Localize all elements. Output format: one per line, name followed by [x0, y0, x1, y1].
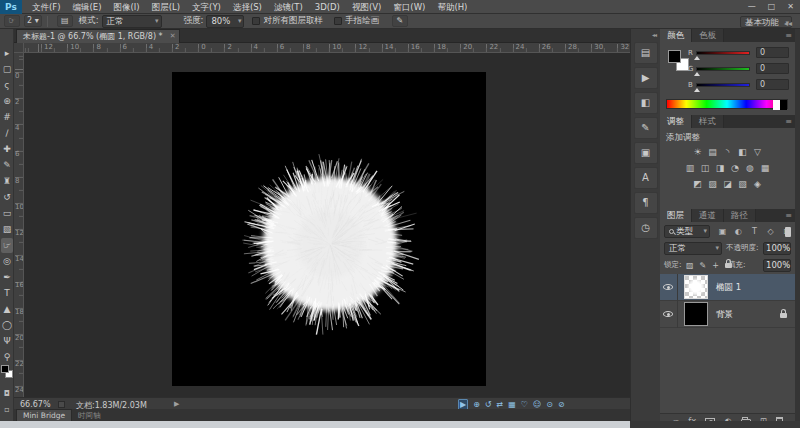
channel-value-field[interactable]: 0 — [756, 63, 789, 74]
tablet-pressure-icon[interactable]: ✎ — [392, 15, 408, 27]
smudge-tool[interactable]: ☞ — [1, 238, 13, 253]
black-white-icon[interactable]: ◨ — [713, 160, 728, 176]
menu-window[interactable]: 窗口(W) — [387, 0, 431, 14]
brush-panel-toggle-icon[interactable]: ▤ — [57, 15, 73, 27]
opacity-dropdown[interactable]: 100% — [763, 242, 791, 255]
tab-图层[interactable]: 图层 — [660, 209, 692, 222]
layer-row-background[interactable]: 背景 — [660, 301, 795, 328]
slider-knob-icon[interactable] — [694, 56, 700, 60]
character-panel-icon[interactable]: A — [634, 167, 658, 189]
adjustment-filter-icon[interactable]: ◐ — [732, 226, 745, 238]
blend-mode-dropdown[interactable]: 正常 — [664, 242, 722, 255]
lock-position-icon[interactable]: + — [712, 261, 719, 270]
tool-preset-icon[interactable]: ☞ — [4, 15, 20, 27]
filter-toggle[interactable] — [785, 227, 791, 237]
screen-mode-button[interactable]: ▫ — [1, 404, 13, 416]
tab-样式[interactable]: 样式 — [692, 115, 724, 128]
lasso-tool[interactable]: ς — [1, 78, 13, 93]
visibility-toggle[interactable] — [660, 301, 678, 328]
collapse-panels-icon[interactable]: ◂◂ — [784, 19, 792, 28]
exposure-icon[interactable]: ◧ — [735, 144, 750, 160]
channel-slider[interactable] — [696, 83, 750, 87]
sample-all-layers-checkbox[interactable] — [252, 17, 260, 25]
tab-路径[interactable]: 路径 — [724, 209, 756, 222]
fill-dropdown[interactable]: 100% — [763, 259, 791, 272]
threshold-icon[interactable]: ◪ — [720, 176, 735, 192]
layer-thumbnail[interactable] — [684, 275, 708, 299]
invert-icon[interactable]: ◩ — [690, 176, 705, 192]
color-spectrum-ramp[interactable] — [666, 99, 788, 109]
selective-color-icon[interactable]: ◈ — [750, 176, 765, 192]
brightness-contrast-icon[interactable]: ☀ — [690, 144, 705, 160]
color-balance-icon[interactable]: ◫ — [698, 160, 713, 176]
canvas[interactable] — [172, 72, 486, 386]
timeline-panel-icon[interactable]: ◷ — [634, 217, 658, 239]
channel-slider[interactable] — [696, 67, 750, 71]
marquee-tool[interactable]: ▢ — [1, 62, 13, 77]
slider-knob-icon[interactable] — [694, 72, 700, 76]
eraser-tool[interactable]: ▭ — [1, 206, 13, 221]
quick-mask-button[interactable]: ◘ — [1, 388, 13, 400]
pixel-filter-icon[interactable]: ▣ — [716, 226, 729, 238]
pen-tool[interactable]: ✒ — [1, 270, 13, 285]
status-options-arrow[interactable]: ▶ — [174, 400, 179, 408]
hue-saturation-icon[interactable]: ▥ — [683, 160, 698, 176]
type-tool[interactable]: T — [1, 286, 13, 301]
menu-layer[interactable]: 图层(L) — [146, 0, 186, 14]
actions-panel-icon[interactable]: ▶ — [634, 67, 658, 89]
path-selection-tool[interactable]: ▲ — [1, 302, 13, 317]
properties-panel-icon[interactable]: ◧ — [634, 92, 658, 114]
gradient-map-icon[interactable]: ▧ — [735, 176, 750, 192]
menu-select[interactable]: 选择(S) — [227, 0, 268, 14]
quick-selection-tool[interactable]: ⊛ — [1, 94, 13, 109]
visibility-toggle[interactable] — [660, 274, 678, 301]
type-filter-icon[interactable]: T — [748, 226, 761, 238]
menu-edit[interactable]: 编辑(E) — [67, 0, 108, 14]
close-tab-icon[interactable]: ✕ — [170, 30, 176, 43]
channel-value-field[interactable]: 0 — [756, 79, 789, 90]
layer-row-ellipse-1[interactable]: 椭圆 1 — [660, 274, 795, 301]
tab-通道[interactable]: 通道 — [692, 209, 724, 222]
dodge-tool[interactable]: ◎ — [1, 254, 13, 269]
levels-icon[interactable]: ▤ — [705, 144, 720, 160]
finger-painting-checkbox[interactable] — [334, 17, 342, 25]
black-swatch[interactable] — [780, 100, 787, 110]
vibrance-icon[interactable]: ▽ — [750, 144, 765, 160]
brush-tool[interactable]: ✎ — [1, 158, 13, 173]
gradient-tool[interactable]: ▧ — [1, 222, 13, 237]
ellipse-shape-tool[interactable]: ◯ — [1, 318, 13, 333]
history-brush-tool[interactable]: ↺ — [1, 190, 13, 205]
timeline-tab[interactable]: 时间轴 — [78, 411, 101, 421]
layer-thumbnail[interactable] — [684, 302, 708, 326]
curves-icon[interactable]: ◝ — [720, 144, 735, 160]
zoom-tool[interactable]: ⚲ — [1, 350, 13, 365]
healing-brush-tool[interactable]: ✚ — [1, 142, 13, 157]
menu-type[interactable]: 文字(Y) — [186, 0, 227, 14]
layers-panel-menu-icon[interactable]: ≡ — [785, 211, 792, 220]
brush-panel-panel-icon[interactable]: ✎ — [634, 117, 658, 139]
channel-value-field[interactable]: 0 — [756, 47, 789, 58]
mode-dropdown[interactable]: 正常 — [102, 15, 162, 28]
color-panel-menu-icon[interactable]: ≡ — [785, 31, 792, 40]
crop-tool[interactable]: # — [1, 110, 13, 125]
minibridge-tab[interactable]: Mini Bridge — [16, 409, 72, 421]
menu-help[interactable]: 帮助(H) — [431, 0, 473, 14]
tab-颜色[interactable]: 颜色 — [660, 29, 692, 42]
clone-stamp-tool[interactable]: ♜ — [1, 174, 13, 189]
brush-size-picker[interactable]: 2 ▾ — [24, 15, 42, 27]
strength-dropdown[interactable]: 80% — [206, 15, 244, 28]
channel-slider[interactable] — [696, 51, 750, 55]
white-swatch[interactable] — [773, 100, 780, 110]
channel-mixer-icon[interactable]: ◍ — [743, 160, 758, 176]
document-tab[interactable]: 未标题-1 @ 66.7% (椭圆 1, RGB/8) * ✕ — [16, 29, 180, 43]
history-panel-icon[interactable]: ▤ — [634, 42, 658, 64]
foreground-color-swatch[interactable] — [668, 50, 681, 63]
lock-transparency-icon[interactable]: ▨ — [686, 261, 694, 270]
collapse-dock-icon[interactable]: ◂◂ — [652, 31, 656, 38]
restore-button[interactable]: □ — [768, 0, 776, 13]
foreground-color-swatch[interactable] — [1, 365, 9, 373]
menu-filter[interactable]: 滤镜(T) — [268, 0, 309, 14]
adjustments-panel-menu-icon[interactable]: ≡ — [785, 117, 792, 126]
move-tool[interactable]: ▸ — [1, 46, 13, 61]
slider-knob-icon[interactable] — [694, 88, 700, 92]
